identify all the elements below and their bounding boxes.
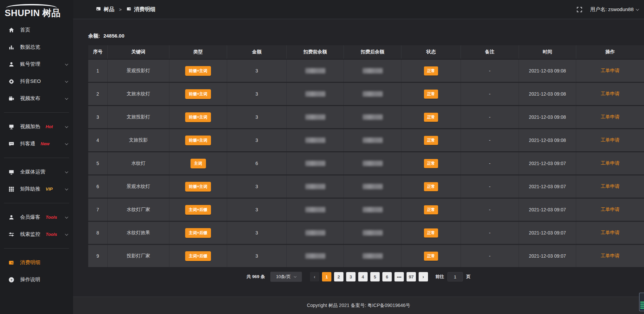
new-badge: New — [41, 141, 50, 146]
screen-stand-icon — [8, 123, 15, 130]
type-badge: 前缀+主词 — [185, 89, 211, 99]
status-badge: 正常 — [424, 205, 438, 214]
action-link[interactable]: 工单申请 — [601, 137, 620, 143]
page-ellipsis-button[interactable]: ••• — [394, 272, 404, 281]
sidebar-item-member-baoke[interactable]: 会员爆客 Tools — [0, 209, 73, 226]
page-size-value: 10条/页 — [276, 274, 291, 280]
page-button-2[interactable]: 2 — [334, 272, 343, 281]
user-icon — [8, 61, 15, 68]
cell-keyword: 投影灯厂家 — [108, 245, 169, 267]
cell-remark: - — [461, 106, 519, 128]
hot-badge: Hot — [46, 124, 53, 129]
balance-after-redacted — [363, 207, 383, 212]
sidebar-item-home[interactable]: 首页 — [0, 21, 73, 39]
sidebar-item-label: 会员爆客 — [20, 214, 40, 220]
action-link[interactable]: 工单申请 — [601, 68, 620, 74]
status-badge: 正常 — [424, 182, 438, 191]
balance-after-redacted — [363, 91, 383, 97]
sidebar-item-media-operation[interactable]: 全媒体运营 — [0, 163, 73, 180]
tools-badge: Tools — [46, 215, 57, 220]
breadcrumb-label: 树品 — [104, 6, 114, 13]
action-link[interactable]: 工单申请 — [601, 114, 620, 120]
balance-before-redacted — [305, 161, 325, 166]
sidebar-item-video-heat[interactable]: 视频加热 Hot — [0, 118, 73, 135]
sidebar-item-label: 全媒体运营 — [20, 169, 45, 175]
column-header: 关键词 — [108, 45, 169, 59]
balance-before-redacted — [305, 138, 325, 143]
wallet-icon — [8, 259, 15, 266]
balance-after-redacted — [363, 184, 383, 189]
logo-arc — [6, 4, 57, 8]
balance-before-redacted — [305, 91, 325, 97]
user-menu[interactable]: 用户名: zswodun88 — [590, 6, 639, 13]
monitor-icon — [8, 169, 15, 175]
page-button-97[interactable]: 97 — [407, 272, 416, 281]
home-icon — [8, 27, 15, 34]
corner-widget-stripes — [640, 302, 644, 310]
sidebar-item-douketong[interactable]: 抖客通 New — [0, 135, 73, 152]
action-link[interactable]: 工单申请 — [601, 253, 620, 259]
page-button-4[interactable]: 4 — [358, 272, 368, 281]
sidebar-item-clue-monitor[interactable]: 线索监控 Tools — [0, 226, 73, 243]
sidebar-item-instructions[interactable]: ? 操作说明 — [0, 271, 73, 288]
balance-after-redacted — [363, 253, 383, 259]
cell-index: 4 — [88, 129, 108, 151]
table-row: 3 文旅投影灯 前缀+主词 3 正常 - 2021-12-03 09:08 工单… — [88, 106, 644, 128]
balance-before-redacted — [305, 68, 325, 73]
sidebar-item-label: 首页 — [20, 27, 30, 33]
action-link[interactable]: 工单申请 — [601, 91, 620, 97]
prev-page-button[interactable]: ‹ — [310, 272, 319, 281]
sidebar-item-douyin-seo[interactable]: 抖音SEO — [0, 73, 73, 90]
action-link[interactable]: 工单申请 — [601, 184, 620, 190]
table-row: 6 景观水纹灯 前缀+主词 3 正常 - 2021-12-03 09:07 工单… — [88, 175, 644, 198]
breadcrumb-home[interactable]: 树品 — [96, 6, 114, 13]
chevron-down-icon — [65, 124, 68, 128]
cell-remark: - — [461, 199, 519, 221]
cell-keyword: 景观水纹灯 — [108, 175, 169, 198]
action-link[interactable]: 工单申请 — [601, 230, 620, 236]
chevron-down-icon — [65, 232, 68, 235]
table-row: 7 水纹灯厂家 主词+后缀 3 正常 - 2021-12-03 09:07 工单… — [88, 199, 644, 221]
status-badge: 正常 — [424, 113, 438, 122]
action-link[interactable]: 工单申请 — [601, 207, 620, 213]
cell-amount: 3 — [227, 245, 287, 267]
status-badge: 正常 — [424, 159, 438, 168]
action-link[interactable]: 工单申请 — [601, 160, 620, 166]
sidebar-item-label: 消费明细 — [20, 259, 40, 266]
page-button-5[interactable]: 5 — [370, 272, 380, 281]
cell-keyword: 文旅投影 — [108, 129, 169, 151]
sidebar-item-video-publish[interactable]: 视频发布 — [0, 90, 73, 107]
cell-amount: 3 — [227, 199, 287, 221]
chevron-down-icon — [636, 7, 639, 11]
cell-index: 3 — [88, 106, 108, 128]
page-size-select[interactable]: 10条/页 — [270, 272, 302, 282]
cell-keyword: 水纹灯效果 — [108, 222, 169, 244]
video-icon — [8, 95, 15, 102]
corner-widget[interactable] — [639, 293, 644, 311]
balance-before-redacted — [305, 207, 325, 212]
breadcrumb-current[interactable]: 消费明细 — [126, 6, 156, 13]
sidebar-item-data-overview[interactable]: 数据总览 — [0, 39, 73, 56]
chevron-left-icon: ‹ — [314, 274, 316, 279]
sidebar-item-consumption-detail[interactable]: 消费明细 — [0, 254, 73, 271]
page-button-1[interactable]: 1 — [322, 272, 331, 281]
page-button-3[interactable]: 3 — [346, 272, 356, 281]
cell-index: 8 — [88, 222, 108, 244]
fullscreen-icon[interactable] — [577, 7, 582, 12]
sidebar-item-matrix-boost[interactable]: 矩阵助推 VIP — [0, 180, 73, 198]
cell-index: 1 — [88, 60, 108, 82]
app-logo: SHUPIN树品 — [0, 0, 73, 20]
goto-page-input[interactable] — [447, 272, 463, 281]
chevron-down-icon — [65, 187, 68, 190]
vip-badge: VIP — [46, 187, 53, 192]
next-page-button[interactable]: › — [419, 272, 428, 281]
sidebar-item-label: 账号管理 — [20, 61, 40, 67]
sidebar-divider — [4, 112, 69, 113]
balance-label: 余额: — [88, 33, 100, 39]
status-badge: 正常 — [424, 90, 438, 99]
cell-amount: 3 — [227, 129, 287, 151]
sidebar-divider — [4, 203, 69, 203]
sidebar-item-account[interactable]: 账号管理 — [0, 56, 73, 73]
page-button-6[interactable]: 6 — [382, 272, 392, 281]
balance-after-redacted — [363, 138, 383, 143]
